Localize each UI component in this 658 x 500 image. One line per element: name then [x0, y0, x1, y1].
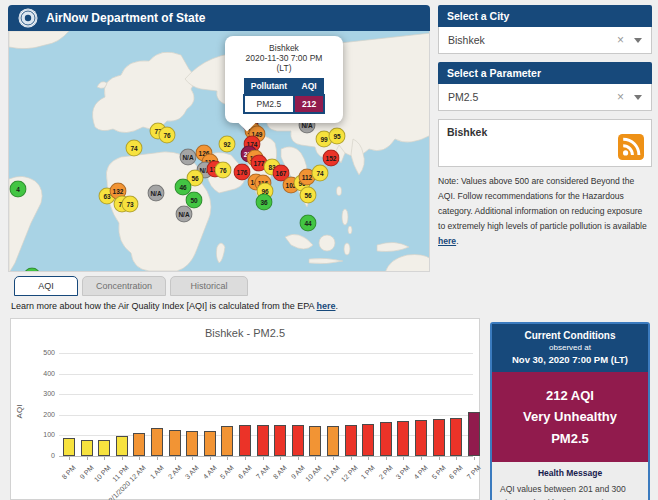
map-marker[interactable]: N/A: [180, 149, 197, 166]
learn-more-here-link[interactable]: here: [317, 301, 336, 311]
app-header: AirNow Department of State: [8, 5, 430, 31]
city-select[interactable]: Bishkek ×: [438, 27, 652, 54]
popup-pollutant-header: Pollutant: [244, 78, 294, 95]
chart-x-tick: [386, 457, 387, 460]
chart-y-tick-label: 500: [33, 349, 55, 356]
map-basemap: [9, 31, 430, 272]
chart-x-tick-label: 3 AM: [184, 464, 200, 480]
chart-x-tick: [192, 457, 193, 460]
note-here-link[interactable]: here: [438, 236, 456, 246]
learn-more-text: Learn more about how the Air Quality Ind…: [11, 301, 338, 311]
parameter-select[interactable]: PM2.5 ×: [438, 84, 652, 111]
chart-x-tick-label: 12 PM: [339, 464, 358, 483]
popup-pollutant-value: PM2.5: [244, 95, 294, 113]
chart-y-tick-label: 300: [33, 390, 55, 397]
map-popup: Bishkek 2020-11-30 7:00 PM (LT) Pollutan…: [225, 36, 343, 123]
chart-bar: [415, 420, 427, 456]
aqi-bar-chart: Bishkek - PM2.5 AQI 01002003004005008 PM…: [10, 318, 480, 500]
chart-bar: [204, 431, 216, 456]
chart-bar: [292, 425, 304, 456]
chart-x-tick-label: 5 AM: [219, 464, 235, 480]
chart-x-tick-label: 11 AM: [322, 464, 341, 483]
map-marker[interactable]: 95: [329, 128, 346, 145]
chart-bar: [433, 419, 445, 456]
chart-x-tick: [210, 457, 211, 460]
chart-x-tick: [421, 457, 422, 460]
chart-bar: [257, 425, 269, 456]
chart-x-tick: [175, 457, 176, 460]
app-title: AirNow Department of State: [46, 11, 205, 25]
chart-x-tick-label: 8 PM: [60, 464, 77, 481]
chart-bar: [221, 426, 233, 456]
tab-aqi[interactable]: AQI: [14, 276, 78, 296]
map-marker[interactable]: N/A: [148, 185, 165, 202]
city-clear-icon[interactable]: ×: [617, 35, 624, 45]
chart-x-tick-label: 6 PM: [448, 464, 465, 481]
chart-bar: [116, 436, 128, 456]
chart-x-tick-label: 10 PM: [93, 464, 112, 483]
map-marker[interactable]: 152: [323, 150, 340, 167]
chart-bar: [239, 425, 251, 456]
chart-x-tick: [227, 457, 228, 460]
chart-x-tick-label: 10 AM: [304, 464, 323, 483]
map-marker[interactable]: 44: [300, 215, 317, 232]
city-select-value: Bishkek: [448, 34, 617, 46]
chart-x-tick-label: 2 AM: [166, 464, 182, 480]
current-aqi-value: 212 AQI: [496, 385, 644, 406]
chart-y-tick-label: 200: [33, 411, 55, 418]
map-marker[interactable]: 76: [159, 127, 176, 144]
chart-x-tick: [104, 457, 105, 460]
map-marker[interactable]: 76: [215, 162, 232, 179]
chart-x-tick-label: 1 AM: [149, 464, 165, 480]
chart-x-tick-label: 7 AM: [254, 464, 270, 480]
map-marker[interactable]: 73: [122, 196, 139, 213]
chart-x-tick: [315, 457, 316, 460]
world-map[interactable]: 77767492N/A126118N/A17476564650N/AN/A631…: [8, 31, 430, 272]
rss-icon[interactable]: [618, 134, 644, 160]
city-select-label: Select a City: [438, 5, 652, 27]
city-select-panel: Select a City Bishkek ×: [438, 5, 652, 54]
feed-title: Bishkek: [447, 126, 643, 138]
chart-x-tick-label: 4 PM: [412, 464, 429, 481]
city-dropdown-caret-icon[interactable]: [634, 38, 642, 43]
department-of-state-seal-icon: [18, 8, 38, 28]
airnow-page: AirNow Department of State: [0, 0, 658, 500]
chart-x-tick: [157, 457, 158, 460]
chart-x-tick-label: 3 PM: [395, 464, 412, 481]
chart-bar: [309, 426, 321, 456]
chart-bar: [169, 430, 181, 456]
chart-bar: [186, 431, 198, 456]
parameter-clear-icon[interactable]: ×: [617, 92, 624, 102]
map-marker[interactable]: 74: [126, 140, 143, 157]
chart-x-tick: [139, 457, 140, 460]
chart-x-tick: [439, 457, 440, 460]
note-text-end: .: [456, 236, 458, 246]
map-marker[interactable]: 92: [219, 136, 236, 153]
map-marker[interactable]: N/A: [176, 206, 193, 223]
learn-more-end: .: [336, 301, 339, 311]
chart-x-tick: [403, 457, 404, 460]
chart-x-tick-label: 1 PM: [360, 464, 377, 481]
popup-aqi-header: AQI: [294, 78, 324, 95]
aqi-note: Note: Values above 500 are considered Be…: [438, 174, 651, 249]
chart-x-tick: [474, 457, 475, 460]
chart-x-tick: [263, 457, 264, 460]
tab-bar: AQI Concentration Historical: [14, 276, 248, 296]
popup-timezone: (LT): [230, 63, 338, 73]
parameter-dropdown-caret-icon[interactable]: [634, 95, 642, 100]
map-marker[interactable]: 74: [312, 165, 329, 182]
chart-bar: [151, 428, 163, 456]
observed-at-label: observed at: [496, 343, 644, 352]
current-aqi-category: Very Unhealthy: [496, 406, 644, 427]
popup-aqi-value: 212: [294, 95, 324, 113]
chart-x-tick: [351, 457, 352, 460]
tab-concentration[interactable]: Concentration: [82, 276, 166, 296]
tab-historical[interactable]: Historical: [170, 276, 248, 296]
map-marker[interactable]: 4: [10, 181, 27, 198]
chart-bar: [397, 421, 409, 456]
chart-x-tick: [333, 457, 334, 460]
popup-city: Bishkek: [230, 43, 338, 53]
map-marker[interactable]: 36: [256, 194, 273, 211]
map-marker[interactable]: 56: [300, 187, 317, 204]
chart-y-axis-label: AQI: [15, 405, 24, 419]
